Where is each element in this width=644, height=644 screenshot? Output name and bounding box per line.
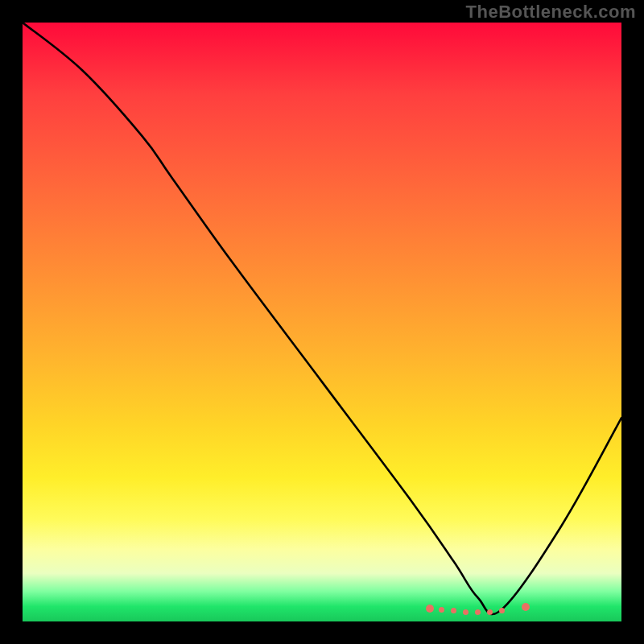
valley-dot (487, 609, 493, 615)
valley-dot (463, 609, 469, 615)
bottleneck-curve (23, 23, 621, 621)
chart-frame: TheBottleneck.com (0, 0, 644, 644)
valley-dot (426, 605, 434, 613)
plot-area (23, 23, 621, 621)
watermark-text: TheBottleneck.com (466, 2, 636, 23)
valley-dot (499, 608, 505, 613)
valley-dot (439, 607, 444, 613)
